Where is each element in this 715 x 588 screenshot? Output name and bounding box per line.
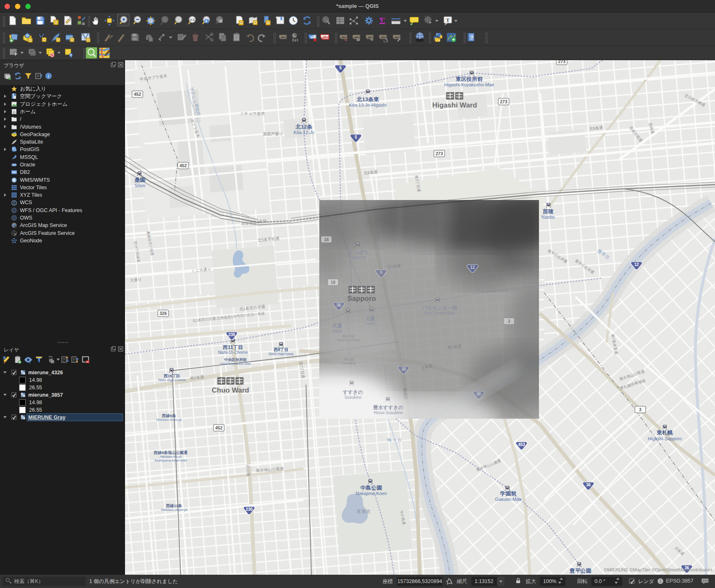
svg-text:Nishi-11-Chome: Nishi-11-Chome bbox=[218, 350, 248, 355]
svg-text:453: 453 bbox=[518, 442, 525, 447]
svg-text:5: 5 bbox=[380, 270, 382, 275]
svg-text:326: 326 bbox=[159, 311, 167, 316]
svg-text:Higashi-Kuyakusho-Mae: Higashi-Kuyakusho-Mae bbox=[444, 82, 494, 87]
svg-text:Bus Center-Mae: Bus Center-Mae bbox=[425, 311, 455, 315]
svg-text:3: 3 bbox=[15, 234, 16, 236]
svg-text:5: 5 bbox=[355, 135, 357, 139]
svg-text:Higashi Ward: Higashi Ward bbox=[432, 101, 477, 109]
svg-text:Nakajima-Koen: Nakajima-Koen bbox=[355, 491, 387, 496]
svg-text:東区役所前: 東区役所前 bbox=[455, 76, 483, 82]
svg-text:バスセンター前: バスセンター前 bbox=[421, 305, 457, 311]
svg-text:新渡戸通り: 新渡戸通り bbox=[263, 132, 283, 136]
svg-text:中島公園: 中島公園 bbox=[360, 485, 382, 491]
svg-text:abc: abc bbox=[394, 35, 400, 39]
svg-text:菖蒲池: 菖蒲池 bbox=[356, 509, 370, 514]
svg-text:狸小路: 狸小路 bbox=[344, 358, 354, 361]
svg-text:36: 36 bbox=[586, 483, 591, 487]
svg-text:Nishi-Hatchome: Nishi-Hatchome bbox=[269, 352, 294, 356]
svg-text:Tanukikoji: Tanukikoji bbox=[343, 362, 356, 365]
svg-text:苗穂: 苗穂 bbox=[543, 208, 553, 215]
svg-text:T: T bbox=[446, 17, 450, 23]
svg-text:西8丁目: 西8丁目 bbox=[273, 347, 289, 352]
svg-text:5: 5 bbox=[339, 66, 342, 70]
svg-text:Nishisen-Jūichi-jō: Nishisen-Jūichi-jō bbox=[161, 508, 187, 512]
svg-text:©MIERUNE ©MapTiler ©OpenStreet: ©MIERUNE ©MapTiler ©OpenStreetMap contri… bbox=[604, 567, 713, 572]
svg-text:DB2: DB2 bbox=[12, 171, 17, 174]
svg-text:西線6条: 西線6条 bbox=[162, 413, 176, 418]
svg-text:Hosui-Susukino: Hosui-Susukino bbox=[374, 410, 403, 415]
svg-text:273: 273 bbox=[436, 151, 443, 156]
svg-text:Nishi-Yon-Chome: Nishi-Yon-Chome bbox=[337, 339, 360, 342]
svg-text:豊平公園: 豊平公園 bbox=[569, 568, 591, 574]
svg-text:452: 452 bbox=[134, 92, 141, 97]
svg-text:西15丁目: 西15丁目 bbox=[163, 373, 180, 378]
svg-text:Chūō-Kuyakusho-Mae: Chūō-Kuyakusho-Mae bbox=[220, 362, 251, 366]
svg-text:Susukino: Susukino bbox=[344, 395, 362, 400]
svg-text:Naebo: Naebo bbox=[541, 215, 555, 220]
svg-text:さっぽろ: さっぽろ bbox=[348, 249, 368, 255]
svg-text:西線9条旭山公園通: 西線9条旭山公園通 bbox=[153, 450, 188, 455]
svg-text:abc: abc bbox=[354, 35, 360, 39]
svg-text:452: 452 bbox=[215, 425, 223, 430]
svg-text:452: 452 bbox=[179, 163, 187, 168]
svg-text:西線11条: 西線11条 bbox=[166, 503, 182, 508]
svg-text:西4丁目: 西4丁目 bbox=[343, 334, 354, 338]
svg-text:abc: abc bbox=[322, 35, 328, 39]
svg-text:Gakuen-Mae: Gakuen-Mae bbox=[495, 497, 522, 502]
svg-text:Nishi-Jūgo-Chōme: Nishi-Jūgo-Chōme bbox=[158, 378, 186, 382]
svg-text:3: 3 bbox=[508, 319, 510, 324]
svg-text:西11丁目: 西11丁目 bbox=[223, 344, 243, 350]
svg-text:36: 36 bbox=[336, 303, 341, 307]
svg-text:Odōri: Odōri bbox=[365, 322, 375, 326]
svg-text:Σ: Σ bbox=[379, 16, 385, 26]
svg-text:Chuo Ward: Chuo Ward bbox=[212, 386, 249, 394]
svg-text:12: 12 bbox=[470, 265, 475, 270]
svg-text:Kita-13-Jo-Higashi: Kita-13-Jo-Higashi bbox=[349, 102, 387, 107]
svg-text:桑園: 桑園 bbox=[135, 177, 145, 183]
svg-text:?: ? bbox=[470, 35, 473, 41]
svg-text:Asahiyama-Kōen-Dōri: Asahiyama-Kōen-Dōri bbox=[154, 459, 187, 462]
svg-text:Nishisen-Roku-jō: Nishisen-Roku-jō bbox=[157, 418, 182, 422]
svg-text:Sapporo: Sapporo bbox=[350, 255, 366, 260]
svg-text:北13条東: 北13条東 bbox=[356, 96, 379, 102]
svg-text:1:1: 1:1 bbox=[190, 18, 195, 22]
svg-text:a: a bbox=[82, 21, 85, 26]
svg-text:18: 18 bbox=[331, 280, 335, 285]
svg-text:230: 230 bbox=[246, 507, 253, 512]
svg-text:Higashi-Sapporo: Higashi-Sapporo bbox=[648, 436, 682, 441]
svg-text:中央区役所前: 中央区役所前 bbox=[224, 358, 247, 362]
svg-text:イチョウ並木: イチョウ並木 bbox=[240, 111, 265, 116]
svg-text:Sōen: Sōen bbox=[135, 183, 145, 188]
svg-text:230: 230 bbox=[228, 332, 235, 337]
svg-text:学園前: 学園前 bbox=[500, 490, 517, 497]
svg-text:Nishisen-Ku-jō: Nishisen-Ku-jō bbox=[160, 455, 182, 459]
svg-text:鴨 々 川: 鴨 々 川 bbox=[387, 438, 402, 442]
svg-text:273: 273 bbox=[558, 60, 566, 64]
svg-text:Kita-12-Jo: Kita-12-Jo bbox=[294, 130, 314, 135]
svg-text:Sapporo: Sapporo bbox=[348, 295, 376, 303]
svg-text:大通: 大通 bbox=[365, 316, 375, 321]
svg-text:i: i bbox=[325, 17, 326, 22]
svg-text:東札幌: 東札幌 bbox=[656, 429, 673, 436]
svg-text:18: 18 bbox=[324, 237, 329, 242]
svg-text:12: 12 bbox=[634, 262, 639, 267]
svg-text:abc: abc bbox=[281, 35, 286, 39]
svg-text:すすきの: すすきの bbox=[342, 389, 363, 395]
svg-text:北12条: 北12条 bbox=[295, 124, 312, 130]
svg-text:273: 273 bbox=[500, 99, 507, 104]
svg-text:36: 36 bbox=[476, 392, 481, 396]
svg-text:36: 36 bbox=[401, 367, 406, 371]
svg-text:大通: 大通 bbox=[332, 323, 342, 329]
svg-text:Odōri: Odōri bbox=[332, 329, 342, 334]
svg-text:豊水すすきの: 豊水すすきの bbox=[372, 405, 403, 410]
svg-text:abc: abc bbox=[381, 35, 386, 39]
svg-text:3: 3 bbox=[639, 407, 642, 412]
